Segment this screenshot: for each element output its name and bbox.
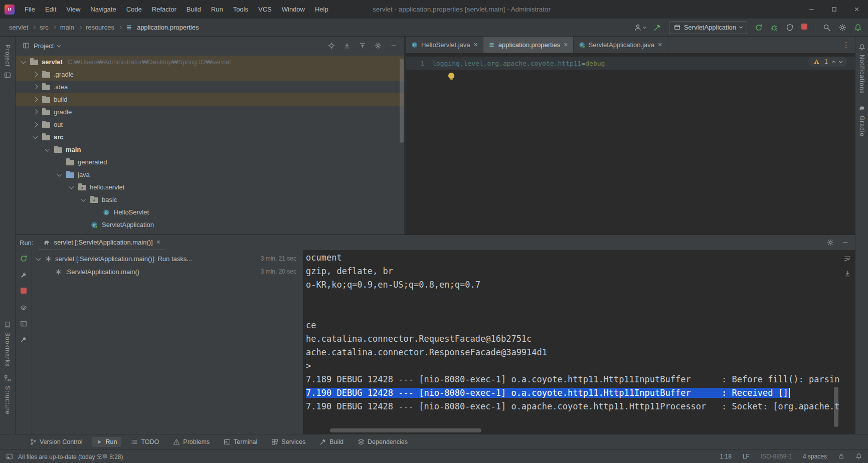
menu-item-refactor[interactable]: Refactor [147,0,182,19]
tree-item-src[interactable]: src [16,131,404,143]
gradle-icon[interactable] [858,105,865,112]
toolwindow-tab-bookmarks[interactable]: Bookmarks [4,332,11,367]
scroll-to-end-button[interactable] [844,270,851,277]
settings-button[interactable] [838,24,846,32]
user-button[interactable] [634,24,646,32]
tree-item-main[interactable]: main [16,143,404,156]
toolwindow-tab-gradle[interactable]: Gradle [858,116,865,137]
project-panel-title[interactable]: Project [34,42,54,50]
menu-item-tools[interactable]: Tools [228,0,253,19]
console-line-selected[interactable]: 7.190 DEBUG 12428 --- [nio-8080-exec-1] … [306,386,840,400]
close-icon[interactable] [156,239,160,246]
breadcrumb-item-main[interactable]: main [60,24,74,31]
console-line[interactable]: he.catalina.connector.RequestFacade@16b2… [306,332,840,346]
console-line[interactable]: ocument [306,251,840,265]
menu-item-run[interactable]: Run [206,0,228,19]
toolwindow-tab-structure[interactable]: Structure [4,386,11,415]
chevron-right-icon[interactable] [33,110,38,114]
chevron-down-icon[interactable] [21,59,26,64]
project-scrollbar[interactable] [400,59,404,143]
project-toolwindow-icon[interactable] [4,72,11,79]
notifications-icon[interactable] [855,453,862,459]
tree-item-build[interactable]: build [16,93,404,106]
layout-button[interactable] [20,320,27,327]
toolwindows-widget-button[interactable] [6,453,13,460]
chevron-right-icon[interactable] [33,97,38,102]
console-line[interactable] [306,305,840,319]
indent-config[interactable]: 4 spaces [803,453,827,460]
console-output[interactable]: ocument gzip, deflate, br o-KR,ko;q=0.9,… [303,250,840,434]
toolwindow-button-problems[interactable]: Problems [168,437,214,447]
console-line[interactable]: 7.190 DEBUG 12428 --- [nio-8080-exec-1] … [306,400,840,413]
chevron-down-icon[interactable] [36,256,41,260]
run-tab[interactable]: servlet [:ServletApplication.main()] [39,235,164,250]
run-task-root[interactable]: servlet [:ServletApplication.main()]: Ru… [32,252,303,265]
chevron-right-icon[interactable] [33,72,38,77]
close-icon[interactable] [474,41,478,49]
structure-icon[interactable] [4,375,11,382]
caret-position[interactable]: 1:18 [720,453,732,460]
console-line[interactable]: gzip, deflate, br [306,265,840,278]
menu-item-view[interactable]: View [61,0,85,19]
build-project-button[interactable] [653,24,661,32]
menu-item-code[interactable]: Code [121,0,147,19]
minimize-button[interactable] [800,0,823,19]
vertical-scrollbar[interactable] [834,387,838,427]
maximize-button[interactable] [823,0,845,19]
tree-item-servlet-root[interactable]: servlet C:₩Users₩Administrator₩Desktop₩S… [16,56,404,68]
toolwindow-button-dependencies[interactable]: Dependencies [353,437,412,447]
stop-button[interactable] [21,288,27,295]
tree-item-gradle[interactable]: gradle [16,106,404,118]
panel-settings-button[interactable] [375,42,382,49]
chevron-down-icon[interactable] [81,197,86,201]
next-problem-button[interactable] [839,59,842,63]
code-line[interactable]: 1 logging.level.org.apache.coyote.http11… [406,57,855,70]
console-line[interactable]: 7.189 DEBUG 12428 --- [nio-8080-exec-1] … [306,373,840,386]
toolwindow-button-build[interactable]: Build [315,437,348,447]
toolwindow-button-todo[interactable]: TODO [126,437,163,447]
toolwindow-button-services[interactable]: Services [267,437,310,447]
tree-item-basic[interactable]: basic [16,193,404,206]
tab-helloservlet-java[interactable]: HelloServlet.java [406,37,483,53]
tab-servletapplication-java[interactable]: ServletApplication.java [574,37,668,53]
tree-item-java[interactable]: java [16,168,404,181]
tree-item-out[interactable]: out [16,118,404,131]
menu-item-window[interactable]: Window [277,0,310,19]
toolwindow-button-run[interactable]: Run [92,437,121,447]
breadcrumb-item-servlet[interactable]: servlet [9,24,28,31]
breadcrumb-item-application-properties[interactable]: application.properties [137,24,199,31]
horizontal-scrollbar[interactable] [330,428,481,432]
editor-pane[interactable]: 1 logging.level.org.apache.coyote.http11… [406,54,855,235]
menu-item-edit[interactable]: Edit [40,0,61,19]
soft-wrap-button[interactable] [844,255,851,262]
debug-button[interactable] [770,24,778,32]
rerun-button[interactable] [20,255,28,263]
chevron-right-icon[interactable] [33,85,38,89]
chevron-right-icon[interactable] [33,122,38,127]
stop-button[interactable] [801,24,807,31]
console-line[interactable]: ache.catalina.connector.ResponseFacade@3… [306,346,840,359]
toolwindow-button-version-control[interactable]: Version Control [25,437,87,447]
toolwindow-button-terminal[interactable]: Terminal [219,437,262,447]
editor-options-icon[interactable] [842,41,850,50]
menu-item-navigate[interactable]: Navigate [85,0,121,19]
tree-item-gradle-dir[interactable]: .gradle [16,68,404,81]
run-config-select[interactable]: ServletApplication [669,21,747,34]
menu-item-build[interactable]: Build [182,0,206,19]
preview-button[interactable] [20,304,27,311]
chevron-down-icon[interactable] [45,147,50,151]
console-line[interactable]: ce [306,319,840,332]
build-settings-button[interactable] [20,272,27,279]
chevron-down-icon[interactable] [57,172,62,176]
coverage-button[interactable] [786,24,794,32]
readonly-toggle[interactable] [838,453,844,459]
console-line[interactable] [306,292,840,305]
tree-item-clipped[interactable] [16,231,404,235]
tab-application-properties[interactable]: application.properties [483,37,574,53]
quick-fix-button[interactable] [448,73,454,80]
notifications-icon[interactable] [858,44,865,51]
menu-item-vcs[interactable]: VCS [253,0,277,19]
close-icon[interactable] [658,41,662,49]
tree-item-generated[interactable]: generated [16,156,404,168]
menu-item-help[interactable]: Help [310,0,333,19]
